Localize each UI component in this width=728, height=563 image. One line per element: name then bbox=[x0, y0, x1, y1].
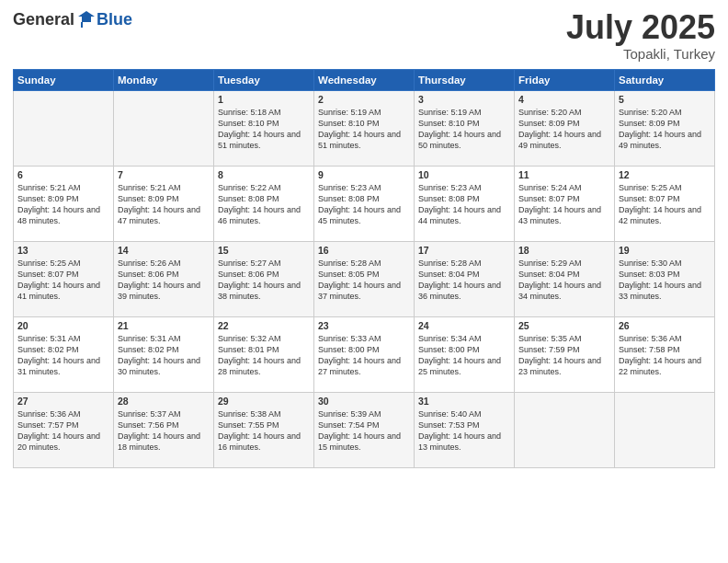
day-cell: 6Sunrise: 5:21 AM Sunset: 8:09 PM Daylig… bbox=[14, 166, 114, 241]
day-number: 3 bbox=[418, 94, 510, 105]
day-info: Sunrise: 5:38 AM Sunset: 7:55 PM Dayligh… bbox=[218, 408, 310, 454]
header: General Blue July 2025 Topakli, Turkey bbox=[13, 9, 715, 62]
day-number: 10 bbox=[418, 169, 510, 180]
day-info: Sunrise: 5:25 AM Sunset: 8:07 PM Dayligh… bbox=[619, 182, 711, 227]
day-cell: 16Sunrise: 5:28 AM Sunset: 8:05 PM Dayli… bbox=[314, 241, 415, 316]
day-cell: 22Sunrise: 5:32 AM Sunset: 8:01 PM Dayli… bbox=[214, 316, 314, 392]
day-cell: 28Sunrise: 5:37 AM Sunset: 7:56 PM Dayli… bbox=[114, 392, 214, 467]
col-header-wednesday: Wednesday bbox=[314, 69, 415, 90]
logo-text-blue: Blue bbox=[97, 10, 132, 29]
day-number: 26 bbox=[619, 320, 711, 331]
week-row-5: 27Sunrise: 5:36 AM Sunset: 7:57 PM Dayli… bbox=[14, 392, 715, 467]
day-number: 24 bbox=[418, 320, 510, 331]
day-cell: 15Sunrise: 5:27 AM Sunset: 8:06 PM Dayli… bbox=[214, 241, 314, 316]
day-number: 8 bbox=[218, 169, 310, 180]
day-number: 4 bbox=[518, 94, 610, 105]
day-number: 13 bbox=[17, 245, 109, 256]
col-header-monday: Monday bbox=[114, 69, 214, 90]
day-info: Sunrise: 5:20 AM Sunset: 8:09 PM Dayligh… bbox=[518, 107, 610, 152]
day-info: Sunrise: 5:37 AM Sunset: 7:56 PM Dayligh… bbox=[118, 408, 210, 454]
day-cell: 31Sunrise: 5:40 AM Sunset: 7:53 PM Dayli… bbox=[415, 392, 515, 467]
day-info: Sunrise: 5:22 AM Sunset: 8:08 PM Dayligh… bbox=[218, 182, 310, 227]
day-info: Sunrise: 5:36 AM Sunset: 7:58 PM Dayligh… bbox=[619, 333, 711, 378]
day-cell: 13Sunrise: 5:25 AM Sunset: 8:07 PM Dayli… bbox=[14, 241, 114, 316]
day-info: Sunrise: 5:21 AM Sunset: 8:09 PM Dayligh… bbox=[17, 182, 109, 227]
title-block: July 2025 Topakli, Turkey bbox=[566, 9, 715, 62]
day-number: 12 bbox=[619, 169, 711, 180]
day-info: Sunrise: 5:34 AM Sunset: 8:00 PM Dayligh… bbox=[418, 333, 510, 378]
day-number: 31 bbox=[418, 396, 510, 407]
day-info: Sunrise: 5:32 AM Sunset: 8:01 PM Dayligh… bbox=[218, 333, 310, 378]
day-info: Sunrise: 5:30 AM Sunset: 8:03 PM Dayligh… bbox=[619, 258, 711, 303]
col-header-saturday: Saturday bbox=[615, 69, 715, 90]
day-info: Sunrise: 5:19 AM Sunset: 8:10 PM Dayligh… bbox=[418, 107, 510, 152]
day-info: Sunrise: 5:20 AM Sunset: 8:09 PM Dayligh… bbox=[619, 107, 711, 152]
month-title: July 2025 bbox=[566, 9, 715, 46]
day-info: Sunrise: 5:28 AM Sunset: 8:04 PM Dayligh… bbox=[418, 258, 510, 303]
day-number: 17 bbox=[418, 245, 510, 256]
calendar-container: General Blue July 2025 Topakli, Turkey S… bbox=[0, 0, 728, 476]
day-number: 16 bbox=[318, 245, 410, 256]
day-info: Sunrise: 5:33 AM Sunset: 8:00 PM Dayligh… bbox=[318, 333, 410, 378]
day-info: Sunrise: 5:18 AM Sunset: 8:10 PM Dayligh… bbox=[218, 107, 310, 152]
day-cell: 24Sunrise: 5:34 AM Sunset: 8:00 PM Dayli… bbox=[415, 316, 515, 392]
col-header-tuesday: Tuesday bbox=[214, 69, 314, 90]
day-number: 7 bbox=[118, 169, 210, 180]
day-number: 2 bbox=[318, 94, 410, 105]
day-cell: 26Sunrise: 5:36 AM Sunset: 7:58 PM Dayli… bbox=[615, 316, 715, 392]
day-cell bbox=[14, 90, 114, 166]
day-cell bbox=[114, 90, 214, 166]
day-info: Sunrise: 5:23 AM Sunset: 8:08 PM Dayligh… bbox=[418, 182, 510, 227]
day-info: Sunrise: 5:25 AM Sunset: 8:07 PM Dayligh… bbox=[17, 258, 109, 303]
day-number: 21 bbox=[118, 320, 210, 331]
day-number: 1 bbox=[218, 94, 310, 105]
day-cell: 30Sunrise: 5:39 AM Sunset: 7:54 PM Dayli… bbox=[314, 392, 415, 467]
week-row-2: 6Sunrise: 5:21 AM Sunset: 8:09 PM Daylig… bbox=[14, 166, 715, 241]
day-info: Sunrise: 5:23 AM Sunset: 8:08 PM Dayligh… bbox=[318, 182, 410, 227]
col-header-thursday: Thursday bbox=[415, 69, 515, 90]
day-number: 20 bbox=[17, 320, 109, 331]
day-info: Sunrise: 5:24 AM Sunset: 8:07 PM Dayligh… bbox=[518, 182, 610, 227]
logo-text-general: General bbox=[13, 10, 74, 29]
day-number: 23 bbox=[318, 320, 410, 331]
day-number: 15 bbox=[218, 245, 310, 256]
day-cell: 10Sunrise: 5:23 AM Sunset: 8:08 PM Dayli… bbox=[415, 166, 515, 241]
day-info: Sunrise: 5:29 AM Sunset: 8:04 PM Dayligh… bbox=[518, 258, 610, 303]
svg-rect-1 bbox=[81, 22, 83, 28]
day-info: Sunrise: 5:26 AM Sunset: 8:06 PM Dayligh… bbox=[118, 258, 210, 303]
day-cell: 4Sunrise: 5:20 AM Sunset: 8:09 PM Daylig… bbox=[515, 90, 615, 166]
day-cell: 21Sunrise: 5:31 AM Sunset: 8:02 PM Dayli… bbox=[114, 316, 214, 392]
day-cell bbox=[515, 392, 615, 467]
day-cell: 27Sunrise: 5:36 AM Sunset: 7:57 PM Dayli… bbox=[14, 392, 114, 467]
day-info: Sunrise: 5:21 AM Sunset: 8:09 PM Dayligh… bbox=[118, 182, 210, 227]
day-cell: 19Sunrise: 5:30 AM Sunset: 8:03 PM Dayli… bbox=[615, 241, 715, 316]
day-number: 27 bbox=[17, 396, 109, 407]
day-cell: 23Sunrise: 5:33 AM Sunset: 8:00 PM Dayli… bbox=[314, 316, 415, 392]
day-cell: 9Sunrise: 5:23 AM Sunset: 8:08 PM Daylig… bbox=[314, 166, 415, 241]
logo: General Blue bbox=[13, 9, 132, 29]
day-number: 6 bbox=[17, 169, 109, 180]
week-row-4: 20Sunrise: 5:31 AM Sunset: 8:02 PM Dayli… bbox=[14, 316, 715, 392]
week-row-3: 13Sunrise: 5:25 AM Sunset: 8:07 PM Dayli… bbox=[14, 241, 715, 316]
day-cell: 7Sunrise: 5:21 AM Sunset: 8:09 PM Daylig… bbox=[114, 166, 214, 241]
day-number: 29 bbox=[218, 396, 310, 407]
day-info: Sunrise: 5:31 AM Sunset: 8:02 PM Dayligh… bbox=[17, 333, 109, 378]
day-cell: 1Sunrise: 5:18 AM Sunset: 8:10 PM Daylig… bbox=[214, 90, 314, 166]
day-cell: 14Sunrise: 5:26 AM Sunset: 8:06 PM Dayli… bbox=[114, 241, 214, 316]
day-cell: 11Sunrise: 5:24 AM Sunset: 8:07 PM Dayli… bbox=[515, 166, 615, 241]
calendar-table: SundayMondayTuesdayWednesdayThursdayFrid… bbox=[13, 69, 715, 468]
day-number: 19 bbox=[619, 245, 711, 256]
location-title: Topakli, Turkey bbox=[566, 46, 715, 62]
day-cell: 17Sunrise: 5:28 AM Sunset: 8:04 PM Dayli… bbox=[415, 241, 515, 316]
week-row-1: 1Sunrise: 5:18 AM Sunset: 8:10 PM Daylig… bbox=[14, 90, 715, 166]
day-number: 11 bbox=[518, 169, 610, 180]
day-cell: 2Sunrise: 5:19 AM Sunset: 8:10 PM Daylig… bbox=[314, 90, 415, 166]
day-number: 25 bbox=[518, 320, 610, 331]
day-number: 22 bbox=[218, 320, 310, 331]
day-number: 5 bbox=[619, 94, 711, 105]
day-info: Sunrise: 5:40 AM Sunset: 7:53 PM Dayligh… bbox=[418, 408, 510, 454]
col-header-sunday: Sunday bbox=[14, 69, 114, 90]
day-info: Sunrise: 5:19 AM Sunset: 8:10 PM Dayligh… bbox=[318, 107, 410, 152]
day-cell: 8Sunrise: 5:22 AM Sunset: 8:08 PM Daylig… bbox=[214, 166, 314, 241]
col-header-friday: Friday bbox=[515, 69, 615, 90]
